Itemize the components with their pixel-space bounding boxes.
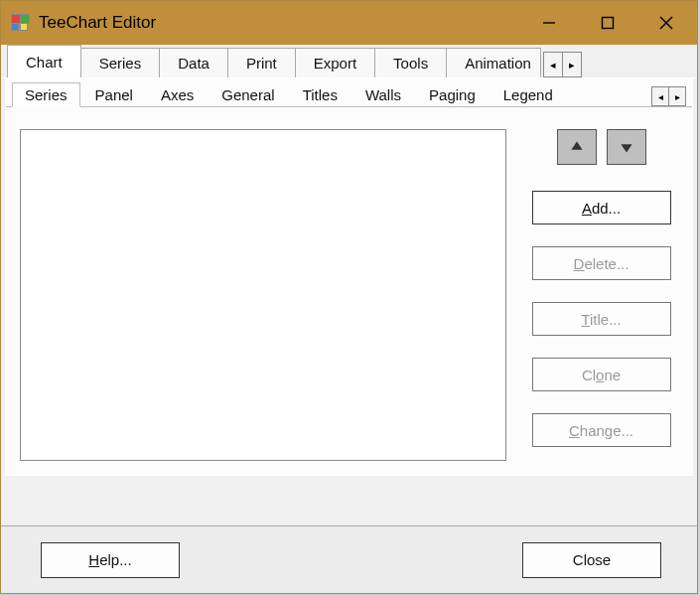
tab-print[interactable]: Print <box>227 48 296 77</box>
arrow-up-icon <box>570 140 584 154</box>
maximize-button[interactable] <box>578 3 636 43</box>
button-label: Clone <box>582 367 621 383</box>
button-label: Help... <box>88 551 131 568</box>
svg-rect-1 <box>602 18 613 29</box>
series-reorder-controls <box>557 129 646 165</box>
subtab-legend[interactable]: Legend <box>490 82 566 106</box>
subtab-scroll: ◂ ▸ <box>652 86 686 106</box>
move-down-button[interactable] <box>607 129 646 165</box>
subtab-paging[interactable]: Paging <box>416 82 489 106</box>
arrow-down-icon <box>620 140 633 154</box>
minimize-button[interactable] <box>519 3 578 43</box>
app-icon <box>11 14 29 32</box>
titlebar: TeeChart Editor <box>1 1 697 45</box>
subtab-general[interactable]: General <box>209 82 287 106</box>
clone-series-button: Clone <box>532 358 671 391</box>
button-label: Close <box>573 551 611 568</box>
subtab-scroll-left[interactable]: ◂ <box>651 86 669 106</box>
button-label: Title... <box>581 311 621 328</box>
main-tabstrip: Chart Series Data Print Export Tools Ani… <box>1 45 697 78</box>
window-title: TeeChart Editor <box>39 13 519 33</box>
window-frame: TeeChart Editor Chart Series Data Print … <box>0 0 698 594</box>
subtab-scroll-right[interactable]: ▸ <box>668 86 686 106</box>
title-series-button: Title... <box>532 302 671 336</box>
series-actions-column: Add... Delete... Title... Clone Change..… <box>506 129 678 461</box>
main-tab-scroll-right[interactable]: ▸ <box>562 52 582 77</box>
move-up-button[interactable] <box>557 129 597 165</box>
series-panel: Add... Delete... Title... Clone Change..… <box>6 107 692 475</box>
subtab-walls[interactable]: Walls <box>352 82 414 106</box>
add-series-button[interactable]: Add... <box>532 191 671 224</box>
subtab-titles[interactable]: Titles <box>290 82 350 106</box>
tab-data[interactable]: Data <box>159 48 228 77</box>
button-label: Delete... <box>574 255 630 272</box>
chart-tab-panel: Series Panel Axes General Titles Walls P… <box>5 78 693 476</box>
subtab-series[interactable]: Series <box>12 82 80 107</box>
delete-series-button: Delete... <box>532 246 671 280</box>
subtab-axes[interactable]: Axes <box>148 82 207 106</box>
help-button[interactable]: Help... <box>41 542 180 578</box>
button-label: Add... <box>582 200 621 217</box>
tab-export[interactable]: Export <box>295 48 375 77</box>
minimize-icon <box>542 16 556 30</box>
close-window-button[interactable] <box>636 3 695 43</box>
series-listbox[interactable] <box>20 129 506 461</box>
tab-chart[interactable]: Chart <box>7 45 81 77</box>
chart-sub-tabstrip: Series Panel Axes General Titles Walls P… <box>6 79 692 107</box>
tab-tools[interactable]: Tools <box>374 48 447 77</box>
button-label: Change... <box>569 422 633 439</box>
main-tab-scroll-left[interactable]: ◂ <box>543 52 563 77</box>
tab-animations[interactable]: Animation <box>446 48 541 77</box>
main-tab-scroll: ◂ ▸ <box>544 52 582 77</box>
subtab-panel[interactable]: Panel <box>82 82 146 106</box>
close-button[interactable]: Close <box>522 542 661 578</box>
close-icon <box>659 16 673 30</box>
tab-series[interactable]: Series <box>80 48 161 77</box>
maximize-icon <box>601 16 615 30</box>
dialog-footer: Help... Close <box>1 525 697 593</box>
change-series-button: Change... <box>532 413 671 447</box>
